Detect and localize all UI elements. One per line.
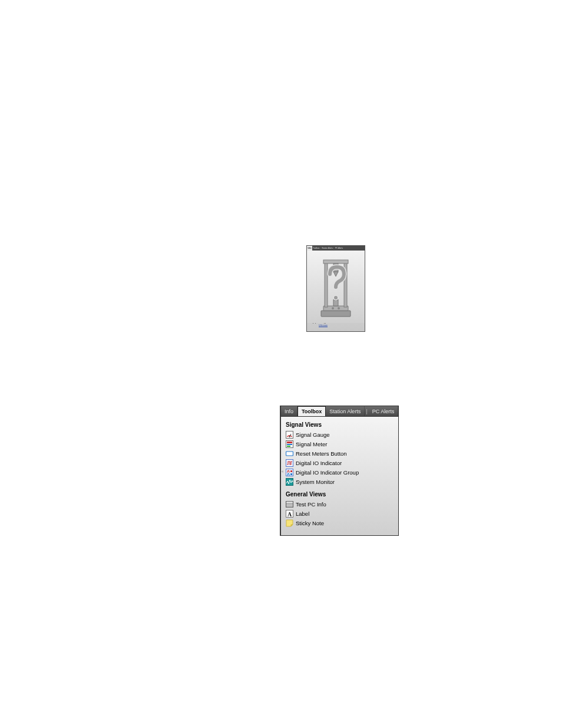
toolbox-item-label: Sticky Note (296, 520, 324, 526)
toolbox-item-sticky-note[interactable]: Sticky Note (286, 518, 396, 528)
toolbox-item-label: Digital IO Indicator Group (296, 469, 359, 476)
tab-info[interactable]: Info (307, 246, 312, 251)
system-monitor-icon (286, 478, 293, 486)
toolbox-item-label: Label (296, 510, 309, 517)
general-views-title: General Views (286, 491, 396, 498)
digital-io-indicator-icon (286, 459, 293, 467)
toolbox-item-label: Reset Meters Button (296, 450, 347, 457)
toolbox-item-label: Test PC Info (296, 501, 326, 508)
toolbox-item-signal-gauge[interactable]: Signal Gauge (286, 430, 396, 439)
info-panel: Info Toolbox | Station Alerts | PC Alert… (306, 245, 365, 332)
svg-point-15 (289, 436, 290, 437)
toolbox-panel-container: ◂ Info Toolbox Station Alerts | PC Alert… (280, 406, 396, 536)
toolbox-item-signal-meter[interactable]: Signal Meter (286, 439, 396, 449)
test-rig-unknown-icon (318, 254, 354, 319)
svg-text:A: A (287, 510, 292, 517)
svg-rect-2 (325, 261, 328, 307)
svg-marker-6 (333, 272, 338, 276)
tab-station-alerts[interactable]: Station Alerts (321, 246, 334, 251)
collapse-gutter[interactable]: ◂ (280, 406, 280, 536)
svg-rect-20 (286, 452, 293, 456)
toolbox-body: Signal Views Signal Gauge Signal Mete (281, 417, 398, 535)
toolbox-item-label: Digital IO Indicator (296, 460, 342, 466)
svg-rect-23 (290, 470, 292, 472)
tab-station-alerts[interactable]: Station Alerts (326, 406, 365, 416)
tab-toolbox[interactable]: Toolbox (297, 406, 326, 416)
equipment-type-link[interactable]: Unknown (307, 324, 365, 327)
toolbox-item-label[interactable]: A Label (286, 509, 396, 518)
svg-point-9 (332, 307, 334, 309)
test-pc-info-icon (286, 500, 293, 508)
toolbox-item-system-monitor[interactable]: System Monitor (286, 477, 396, 486)
tab-info[interactable]: Info (281, 406, 297, 416)
toolbox-item-digital-io-indicator[interactable]: Digital IO Indicator (286, 458, 396, 467)
toolbox-item-label: Signal Meter (296, 441, 327, 447)
svg-rect-18 (287, 444, 292, 445)
svg-rect-24 (290, 473, 292, 475)
svg-rect-19 (287, 446, 290, 447)
tab-bar: Info Toolbox Station Alerts | PC Alerts (281, 406, 398, 417)
signal-gauge-icon (286, 431, 293, 439)
toolbox-panel: Info Toolbox Station Alerts | PC Alerts … (280, 406, 399, 536)
svg-point-12 (334, 296, 338, 299)
svg-rect-8 (333, 300, 338, 306)
label-text-icon: A (286, 510, 293, 518)
tab-pc-alerts[interactable]: PC Alerts (369, 406, 399, 416)
toolbox-item-test-pc-info[interactable]: Test PC Info (286, 499, 396, 509)
tab-toolbox[interactable]: Toolbox (312, 246, 320, 251)
toolbox-item-label: Signal Gauge (296, 431, 330, 438)
tab-bar: Info Toolbox | Station Alerts | PC Alert… (307, 246, 365, 251)
reset-meters-button-icon (286, 450, 293, 457)
toolbox-item-digital-io-indicator-group[interactable]: Digital IO Indicator Group (286, 467, 396, 477)
equipment-preview (307, 251, 365, 323)
digital-io-indicator-group-icon (286, 469, 293, 476)
svg-point-10 (338, 307, 340, 309)
collapse-arrow-icon: ◂ (281, 468, 283, 473)
toolbox-item-label: System Monitor (296, 479, 335, 485)
sticky-note-icon (286, 519, 293, 527)
svg-rect-0 (321, 311, 351, 317)
svg-rect-4 (323, 260, 348, 263)
tab-pc-alerts[interactable]: PC Alerts (334, 246, 343, 251)
svg-rect-17 (287, 442, 292, 443)
toolbox-item-reset-meters-button[interactable]: Reset Meters Button (286, 449, 396, 458)
signal-views-title: Signal Views (286, 421, 396, 428)
signal-meter-icon (286, 440, 293, 448)
